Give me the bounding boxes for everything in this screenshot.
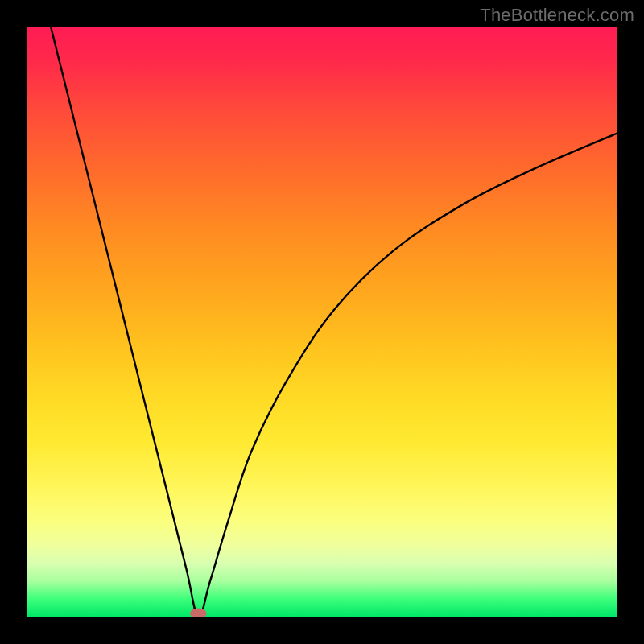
chart-frame: TheBottleneck.com <box>0 0 644 644</box>
curve-layer <box>27 27 617 617</box>
bottleneck-curve <box>51 27 617 617</box>
watermark-text: TheBottleneck.com <box>480 5 634 26</box>
plot-area <box>27 27 617 617</box>
minimum-marker <box>190 608 207 617</box>
